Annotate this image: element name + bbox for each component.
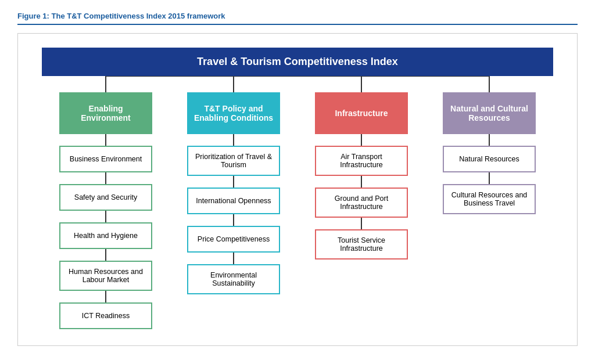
connector-tnt-policy-0 xyxy=(233,134,234,146)
root-connector xyxy=(30,76,565,92)
vline-4 xyxy=(489,76,490,92)
sub-box-infrastructure-1: Ground and Port Infrastructure xyxy=(315,188,408,218)
cat-box-infrastructure: Infrastructure xyxy=(315,92,408,134)
sub-box-enabling-0: Business Environment xyxy=(59,146,152,172)
connector-natural-cultural-0 xyxy=(489,134,490,146)
column-enabling: Enabling EnvironmentBusiness Environment… xyxy=(42,92,170,329)
sub-box-tnt-policy-0: Prioritization of Travel & Tourism xyxy=(187,146,280,176)
sub-box-tnt-policy-1: International Openness xyxy=(187,188,280,214)
sub-box-tnt-policy-3: Environmental Sustainability xyxy=(187,264,280,294)
columns-row: Enabling EnvironmentBusiness Environment… xyxy=(30,92,565,329)
connector-enabling-2 xyxy=(105,211,106,222)
connector-enabling-4 xyxy=(105,291,106,302)
sub-box-enabling-1: Safety and Security xyxy=(59,184,152,211)
vline-1 xyxy=(105,76,106,92)
page-wrapper: Figure 1: The T&T Competitiveness Index … xyxy=(0,0,595,364)
sub-box-infrastructure-0: Air Transport Infrastructure xyxy=(315,146,408,176)
root-connector-inner xyxy=(42,76,553,92)
column-tnt-policy: T&T Policy and Enabling ConditionsPriori… xyxy=(170,92,298,329)
connector-enabling-3 xyxy=(105,249,106,261)
connector-infrastructure-0 xyxy=(361,134,362,146)
connector-tnt-policy-1 xyxy=(233,176,234,188)
sub-box-enabling-4: ICT Readiness xyxy=(59,302,152,329)
sub-box-enabling-2: Health and Hygiene xyxy=(59,222,152,249)
cat-box-natural-cultural: Natural and Cultural Resources xyxy=(443,92,536,134)
diagram-container: Travel & Tourism Competitiveness Index E… xyxy=(17,33,578,346)
column-infrastructure: InfrastructureAir Transport Infrastructu… xyxy=(298,92,425,329)
connector-enabling-1 xyxy=(105,172,106,184)
connector-infrastructure-1 xyxy=(361,176,362,188)
cat-box-tnt-policy: T&T Policy and Enabling Conditions xyxy=(187,92,280,134)
vline-2 xyxy=(233,76,234,92)
root-row: Travel & Tourism Competitiveness Index xyxy=(30,48,565,76)
connector-enabling-0 xyxy=(105,134,106,146)
connector-tnt-policy-3 xyxy=(233,253,234,264)
root-box: Travel & Tourism Competitiveness Index xyxy=(42,48,553,76)
connector-natural-cultural-1 xyxy=(489,172,490,184)
sub-box-natural-cultural-1: Cultural Resources and Business Travel xyxy=(443,184,536,214)
sub-box-infrastructure-2: Tourist Service Infrastructure xyxy=(315,229,408,260)
figure-title: Figure 1: The T&T Competitiveness Index … xyxy=(17,12,578,25)
vline-3 xyxy=(361,76,362,92)
sub-box-enabling-3: Human Resources and Labour Market xyxy=(59,261,152,291)
cat-box-enabling: Enabling Environment xyxy=(59,92,152,134)
connector-infrastructure-2 xyxy=(361,218,362,229)
column-natural-cultural: Natural and Cultural ResourcesNatural Re… xyxy=(425,92,553,329)
sub-box-natural-cultural-0: Natural Resources xyxy=(443,146,536,172)
sub-box-tnt-policy-2: Price Competitiveness xyxy=(187,226,280,253)
connector-tnt-policy-2 xyxy=(233,214,234,226)
